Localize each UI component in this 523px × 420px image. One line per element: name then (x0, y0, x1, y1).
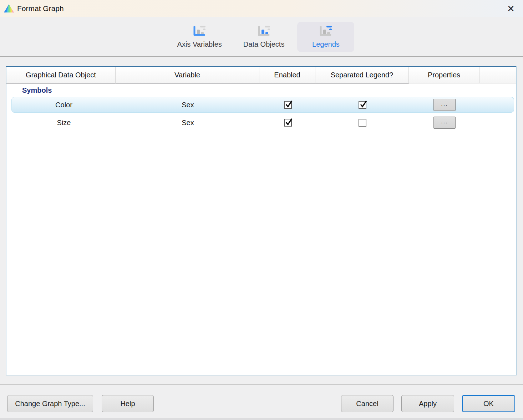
table-header-row: Graphical Data Object Variable Enabled S… (6, 67, 516, 83)
enabled-checkbox[interactable] (284, 101, 292, 109)
header-graphical-data-object: Graphical Data Object (6, 67, 116, 83)
legends-icon (319, 25, 332, 38)
row-variable-label: Sex (116, 101, 260, 109)
prism-logo-icon (4, 4, 14, 13)
table-row-color[interactable]: ColorSex... (11, 97, 514, 113)
tab-label: Axis Variables (177, 40, 222, 48)
row-variable-label: Sex (116, 119, 260, 127)
header-enabled: Enabled (259, 67, 315, 83)
close-icon[interactable]: ✕ (504, 2, 518, 15)
table-rows: ColorSex...SizeSex... (6, 97, 516, 130)
window-title: Format Graph (17, 4, 64, 13)
table-row-size[interactable]: SizeSex... (11, 115, 514, 130)
header-variable: Variable (116, 67, 259, 83)
tab-bar: Axis Variables Data Objects (0, 17, 523, 57)
header-properties: Properties (409, 67, 479, 83)
tab-label: Legends (312, 40, 340, 48)
change-graph-type-button[interactable]: Change Graph Type... (7, 395, 93, 412)
dialog-bottom-edge (0, 418, 523, 420)
row-object-label: Size (12, 119, 116, 127)
properties-button[interactable]: ... (433, 99, 456, 111)
separated-legend-checkbox[interactable] (359, 101, 366, 109)
tab-legends[interactable]: Legends (297, 22, 354, 52)
ok-button[interactable]: OK (462, 395, 515, 412)
titlebar: Format Graph ✕ (0, 0, 523, 17)
properties-button[interactable]: ... (433, 117, 456, 129)
axis-variables-icon (193, 25, 206, 38)
help-button[interactable]: Help (102, 395, 154, 412)
tab-label: Data Objects (243, 40, 285, 48)
apply-button[interactable]: Apply (401, 395, 454, 412)
footer: Change Graph Type... Help Cancel Apply O… (0, 385, 523, 420)
tab-axis-variables[interactable]: Axis Variables (169, 22, 230, 52)
section-header-symbols: Symbols (6, 83, 516, 96)
header-separated-legend: Separated Legend? (315, 67, 409, 83)
legends-table: Graphical Data Object Variable Enabled S… (6, 66, 517, 375)
row-object-label: Color (12, 101, 116, 109)
tab-data-objects[interactable]: Data Objects (235, 22, 293, 52)
cancel-button[interactable]: Cancel (341, 395, 393, 412)
separated-legend-checkbox[interactable] (359, 119, 366, 127)
data-objects-icon (257, 25, 271, 38)
enabled-checkbox[interactable] (284, 119, 292, 127)
header-empty (479, 67, 516, 83)
format-graph-dialog: Format Graph ✕ Axis Variables (0, 0, 523, 420)
